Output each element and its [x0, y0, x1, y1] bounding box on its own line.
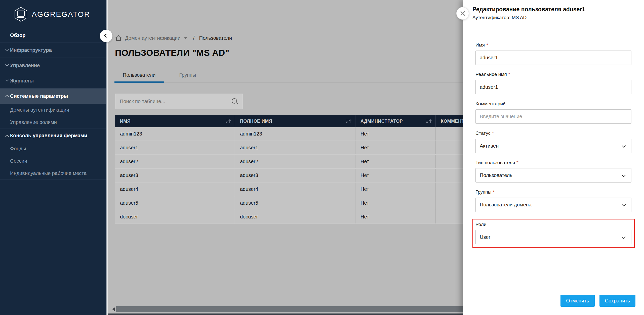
sidebar-item-role-management[interactable]: Управление ролями	[0, 116, 106, 128]
sidebar-item-farm-console[interactable]: Консоль управления фермами	[0, 128, 106, 143]
panel-subtitle: Аутентификатор: MS AD	[472, 15, 585, 20]
name-input[interactable]	[475, 51, 631, 65]
chevron-down-icon	[5, 78, 9, 82]
close-panel-button[interactable]	[456, 7, 469, 20]
field-user-type: Тип пользователя* Пользователь	[475, 160, 631, 183]
chevron-left-icon	[104, 34, 108, 38]
field-roles: Роли User	[475, 222, 631, 244]
chevron-down-icon	[5, 63, 9, 66]
panel-actions: Отменить Сохранить	[560, 295, 635, 307]
app-logo: AGGREGATOR	[0, 0, 106, 28]
required-mark: *	[486, 42, 488, 48]
panel-header: Редактирование пользователя aduser1 Ауте…	[472, 6, 585, 20]
comment-input[interactable]	[475, 109, 631, 124]
roles-highlight-box: Роли User	[472, 219, 635, 248]
field-name: Имя*	[475, 42, 631, 65]
brand-name: AGGREGATOR	[32, 10, 90, 19]
sidebar-nav: Обзор Инфраструктура Управление Журналы …	[0, 28, 106, 179]
cancel-button[interactable]: Отменить	[560, 295, 594, 307]
save-button[interactable]: Сохранить	[599, 295, 635, 307]
chevron-down-icon	[5, 48, 9, 51]
sidebar-item-auth-domains[interactable]: Домены аутентификации	[0, 104, 106, 116]
sidebar-item-infrastructure[interactable]: Инфраструктура	[0, 42, 106, 58]
field-comment: Комментарий	[475, 101, 631, 124]
field-status: Статус* Активен	[475, 130, 631, 153]
groups-select[interactable]: Пользователи домена	[475, 198, 631, 212]
required-mark: *	[493, 189, 495, 195]
sidebar-item-pools[interactable]: Фонды	[0, 143, 106, 155]
sidebar: AGGREGATOR Обзор Инфраструктура Управлен…	[0, 0, 107, 315]
sidebar-collapse-button[interactable]	[100, 30, 112, 42]
sidebar-item-individual-workplaces[interactable]: Индивидуальные рабочие места	[0, 167, 106, 179]
chevron-down-icon	[622, 173, 626, 177]
chevron-up-icon	[5, 135, 9, 139]
sidebar-item-management[interactable]: Управление	[0, 58, 106, 73]
required-mark: *	[492, 130, 494, 136]
chevron-up-icon	[5, 95, 9, 99]
edit-user-form: Имя* Реальное имя* Комментарий Статус* А…	[475, 42, 631, 248]
roles-select[interactable]: User	[475, 230, 631, 244]
required-mark: *	[516, 160, 518, 165]
panel-title: Редактирование пользователя aduser1	[472, 6, 585, 13]
status-select[interactable]: Активен	[475, 139, 631, 153]
chevron-down-icon	[622, 144, 626, 148]
edit-user-panel: Редактирование пользователя aduser1 Ауте…	[463, 0, 644, 315]
real-name-input[interactable]	[475, 80, 631, 94]
chevron-down-icon	[622, 235, 626, 239]
sidebar-item-journals[interactable]: Журналы	[0, 73, 106, 88]
user-type-select[interactable]: Пользователь	[475, 168, 631, 183]
field-groups: Группы* Пользователи домена	[475, 189, 631, 212]
chevron-down-icon	[622, 203, 626, 207]
sidebar-item-system-params[interactable]: Системные параметры	[0, 88, 106, 104]
logo-hexagon-book-icon	[14, 7, 28, 22]
required-mark: *	[508, 72, 510, 77]
sidebar-item-overview[interactable]: Обзор	[0, 28, 106, 42]
sidebar-item-sessions[interactable]: Сессии	[0, 155, 106, 167]
screen: AGGREGATOR Обзор Инфраструктура Управлен…	[0, 0, 644, 315]
field-real-name: Реальное имя*	[475, 72, 631, 94]
